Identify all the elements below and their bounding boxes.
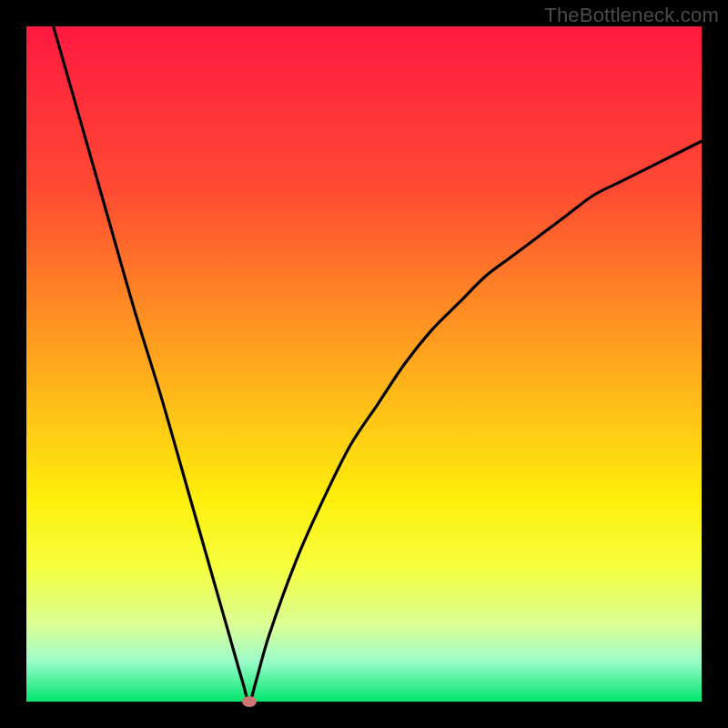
curve-path: [54, 26, 702, 702]
bottleneck-curve: [26, 26, 702, 702]
plot-area: [26, 26, 702, 702]
chart-frame: TheBottleneck.com: [0, 0, 728, 728]
watermark-text: TheBottleneck.com: [544, 4, 719, 27]
optimum-marker: [242, 696, 257, 707]
